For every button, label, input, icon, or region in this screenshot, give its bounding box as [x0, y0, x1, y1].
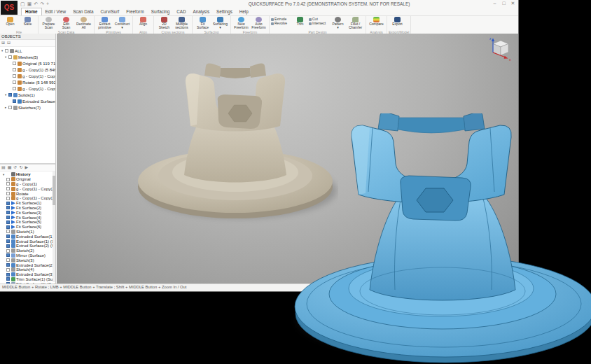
history-item[interactable]: g - Copy(1) - Copy(2): [0, 196, 55, 201]
ribbon-tab[interactable]: Scan Data: [69, 8, 97, 15]
ribbon-button[interactable]: Revolve: [271, 21, 291, 25]
close-button[interactable]: ✕: [508, 0, 517, 7]
ribbon-button[interactable]: Decimate All: [75, 17, 92, 30]
history-item[interactable]: Extruded Surface(1) (Surface): [0, 234, 55, 239]
history-item[interactable]: ▾ History: [0, 172, 55, 177]
history-checkbox[interactable]: [6, 239, 10, 243]
new-file-icon[interactable]: ▢: [20, 0, 25, 8]
collapse-all-icon[interactable]: ⊟: [7, 41, 11, 46]
history-checkbox[interactable]: [6, 182, 10, 186]
history-item[interactable]: Fit Surface(2): [0, 206, 55, 211]
visibility-checkbox[interactable]: [13, 74, 16, 78]
history-checkbox[interactable]: [6, 216, 10, 219]
history-item[interactable]: g - Copy(1) - Copy(2): [0, 186, 55, 191]
ribbon-button[interactable]: 2D Sketch: [155, 17, 173, 30]
tree-item[interactable]: g - Copy(1) - Copy(2)(5 948 8: [0, 73, 55, 79]
visibility-checkbox[interactable]: [5, 49, 8, 52]
history-item[interactable]: Original: [0, 177, 55, 182]
history-checkbox[interactable]: [6, 192, 10, 195]
history-checkbox[interactable]: [6, 206, 10, 209]
ribbon-button[interactable]: Trim: [291, 17, 309, 30]
history-checkbox[interactable]: [6, 258, 10, 262]
ribbon-button[interactable]: Extract primitive: [96, 17, 113, 30]
redo-step-icon[interactable]: ↻: [19, 165, 22, 170]
history-checkbox[interactable]: [6, 263, 10, 267]
ribbon-button[interactable]: Intersect: [309, 21, 329, 25]
tree-item[interactable]: Original (5 119 716): [0, 60, 55, 66]
tree-item[interactable]: Extruded Surface(4): [0, 98, 55, 104]
tree-item[interactable]: g - Copy(1) (5 846 626): [0, 66, 55, 73]
history-checkbox[interactable]: [6, 273, 10, 276]
history-item[interactable]: Trim Surface(1) (Surface): [0, 277, 55, 282]
ribbon-tab[interactable]: Settings: [213, 8, 236, 15]
history-checkbox[interactable]: [6, 253, 10, 257]
ribbon-tab[interactable]: Edit / View: [42, 8, 70, 15]
ribbon-button[interactable]: Prepare Scan: [40, 17, 57, 30]
tree-item[interactable]: ▸ Sketches(7): [0, 104, 55, 111]
history-item[interactable]: Sketch(2): [0, 248, 55, 253]
undo-step-icon[interactable]: ↺: [13, 165, 17, 170]
expander-icon[interactable]: ▾: [3, 173, 6, 176]
history-item[interactable]: g - Copy(1): [0, 182, 55, 187]
tree-item[interactable]: ▾ ALL: [0, 48, 55, 54]
ribbon-tab[interactable]: CAD: [173, 8, 189, 15]
tree-item[interactable]: ▾ Solids(1): [0, 92, 55, 98]
history-item[interactable]: Fit Surface(6): [0, 225, 55, 230]
history-checkbox[interactable]: [6, 202, 10, 205]
history-checkbox[interactable]: [6, 187, 10, 190]
history-item[interactable]: Fit Surface(4): [0, 215, 55, 220]
visibility-checkbox[interactable]: [13, 87, 16, 90]
ribbon-button[interactable]: Construct ▾: [113, 17, 131, 30]
ribbon-tab[interactable]: Surfacing: [148, 8, 174, 15]
visibility-checkbox[interactable]: [8, 55, 12, 59]
history-item[interactable]: Extrud Surface(1) (Surface): [0, 239, 55, 244]
replay-icon[interactable]: ▶: [25, 165, 28, 170]
history-checkbox[interactable]: [6, 234, 10, 238]
history-checkbox[interactable]: [6, 230, 10, 233]
history-item[interactable]: Fit Surface(1): [0, 201, 55, 206]
history-checkbox[interactable]: [6, 178, 10, 181]
tree-item[interactable]: Rotate (5 148 992): [0, 79, 55, 85]
grid-icon[interactable]: ▦: [8, 165, 12, 170]
history-checkbox[interactable]: [6, 249, 10, 253]
history-item[interactable]: Sketch(1): [0, 230, 55, 234]
ribbon-button[interactable]: Auto Freeform: [250, 17, 267, 30]
ribbon-tab[interactable]: Home: [21, 8, 42, 15]
save-history-icon[interactable]: ▤: [1, 165, 6, 170]
restore-button[interactable]: □: [499, 0, 508, 7]
history-checkbox[interactable]: [6, 268, 10, 272]
minimize-button[interactable]: –: [490, 0, 499, 7]
history-checkbox[interactable]: [6, 225, 10, 229]
visibility-checkbox[interactable]: [13, 62, 16, 65]
add-icon[interactable]: +: [46, 0, 49, 8]
history-checkbox[interactable]: [6, 277, 10, 281]
undo-icon[interactable]: ↶: [34, 0, 38, 8]
ribbon-button[interactable]: Save: [19, 17, 36, 30]
ribbon-button[interactable]: Export: [389, 17, 406, 30]
ribbon-tab[interactable]: Analysis: [190, 8, 213, 15]
visibility-checkbox[interactable]: [8, 93, 12, 97]
visibility-checkbox[interactable]: [13, 99, 16, 103]
history-checkbox[interactable]: [6, 220, 10, 224]
history-item[interactable]: Fit Surface(3): [0, 210, 55, 215]
history-checkbox[interactable]: [6, 244, 10, 248]
ribbon-button[interactable]: Surfacing ▾: [211, 17, 229, 30]
history-item[interactable]: Mirror (Surface): [0, 253, 55, 258]
open-file-icon[interactable]: ▣: [27, 0, 32, 8]
history-item[interactable]: Rotate: [0, 191, 55, 196]
ribbon-button[interactable]: Multiple sections: [173, 17, 190, 30]
cad-model[interactable]: [288, 113, 591, 364]
orientation-triad[interactable]: z x: [487, 36, 514, 62]
redo-icon[interactable]: ↷: [40, 0, 44, 8]
expand-all-icon[interactable]: ⊞: [1, 41, 5, 46]
ribbon-button[interactable]: Fillet / Chamfer: [347, 17, 364, 30]
ribbon-button[interactable]: Pattern ▾: [329, 17, 347, 30]
history-item[interactable]: Fit Surface(5): [0, 220, 55, 225]
visibility-checkbox[interactable]: [13, 68, 16, 71]
history-checkbox[interactable]: [6, 197, 10, 200]
ribbon-button[interactable]: New Freeform: [232, 17, 250, 30]
history-item[interactable]: Sketch(3): [0, 258, 55, 262]
history-item[interactable]: Extrud Surface(2) (Surface): [0, 244, 55, 248]
history-scrollbar[interactable]: [53, 172, 55, 282]
history-item[interactable]: Extruded Surface(3) (Surface): [0, 272, 55, 277]
